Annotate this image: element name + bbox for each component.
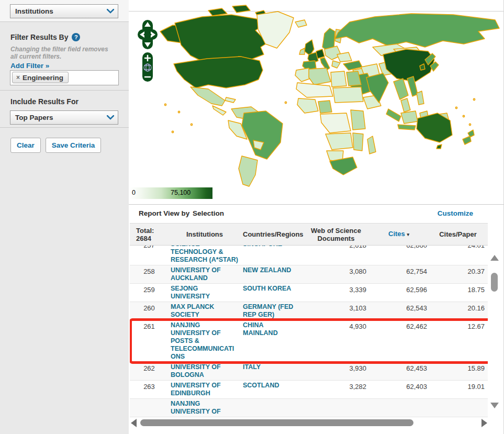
filter-tag-engineering[interactable]: × Engineering bbox=[12, 72, 69, 83]
map-zoom-control[interactable] bbox=[142, 52, 153, 82]
table-header-row: Total: 2684 Institutions Countries/Regio… bbox=[130, 223, 488, 246]
vertical-scrollbar bbox=[489, 246, 500, 418]
institution-link[interactable]: SCIENCE TECHNOLOGY & RESEARCH (A*STAR) bbox=[171, 246, 239, 264]
chevron-down-icon bbox=[107, 9, 114, 14]
table-row: 263 UNIVERSITY OF EDINBURGH SCOTLAND 3,2… bbox=[130, 381, 488, 399]
vertical-scroll-thumb[interactable] bbox=[491, 273, 498, 292]
col-header-cites-sort[interactable]: Cites ▾ bbox=[368, 230, 429, 239]
rank-cell: 257 bbox=[130, 246, 169, 265]
table-row: 260 MAX PLANCK SOCIETY GERMANY (FED REP … bbox=[130, 302, 488, 320]
country-link[interactable]: SINGAPORE bbox=[243, 246, 299, 248]
table-row: 258 UNIVERSITY OF AUCKLAND NEW ZEALAND 3… bbox=[130, 265, 488, 284]
country-link[interactable]: ITALY bbox=[243, 363, 299, 371]
cites-cell: 62,462 bbox=[368, 320, 429, 362]
docs-cell: 4,930 bbox=[304, 320, 368, 362]
institution-link[interactable]: SEJONG UNIVERSITY bbox=[171, 285, 239, 301]
map-pan-control[interactable] bbox=[138, 20, 158, 49]
country-russia bbox=[335, 14, 499, 47]
customize-link[interactable]: Customize bbox=[438, 209, 473, 217]
institution-link[interactable]: UNIVERSITY OF AUCKLAND bbox=[171, 266, 239, 282]
total-header: Total: 2684 bbox=[130, 227, 169, 242]
include-results-select-value: Top Papers bbox=[15, 114, 53, 121]
sidebar-divider bbox=[0, 90, 129, 91]
results-list-select[interactable]: Institutions bbox=[10, 4, 118, 18]
rank-cell: 260 bbox=[130, 302, 169, 320]
institution-link[interactable]: NANJING UNIVERSITY OF bbox=[171, 400, 239, 416]
institution-link[interactable]: MAX PLANCK SOCIETY bbox=[171, 303, 239, 319]
country-china bbox=[383, 49, 434, 82]
cpp-cell: 20.16 bbox=[429, 302, 487, 320]
results-list-select-value: Institutions bbox=[15, 7, 53, 15]
add-filter-link[interactable]: Add Filter » bbox=[10, 62, 49, 70]
cites-cell: 62,403 bbox=[368, 381, 429, 398]
table-row: NANJING UNIVERSITY OF bbox=[130, 399, 488, 417]
rank-cell bbox=[130, 399, 169, 417]
institution-link[interactable]: UNIVERSITY OF EDINBURGH bbox=[171, 382, 239, 397]
filter-tag-label: Engineering bbox=[23, 74, 63, 82]
esi-indicators-app: Institutions Filter Results By ? Changin… bbox=[0, 0, 504, 434]
cpp-cell: 12.67 bbox=[429, 320, 487, 362]
country-madagascar bbox=[367, 136, 376, 154]
horizontal-scroll-thumb[interactable] bbox=[140, 419, 413, 426]
country-usa bbox=[174, 57, 263, 88]
docs-cell: 3,282 bbox=[304, 381, 368, 398]
cites-cell: 62,453 bbox=[368, 362, 429, 380]
scroll-down-icon[interactable] bbox=[490, 403, 499, 408]
country-link[interactable]: NEW ZEALAND bbox=[243, 266, 299, 274]
report-table-panel: Report View by Selection Customize Total… bbox=[129, 204, 504, 434]
total-label: Total: bbox=[136, 227, 166, 235]
scroll-up-icon[interactable] bbox=[490, 255, 499, 261]
cpp-cell: 20.37 bbox=[429, 265, 487, 283]
cpp-cell: 15.89 bbox=[429, 362, 487, 380]
world-map[interactable] bbox=[129, 0, 504, 204]
cpp-cell: 19.01 bbox=[429, 381, 487, 398]
docs-cell bbox=[304, 399, 368, 417]
horizontal-scrollbar bbox=[130, 418, 491, 428]
help-icon[interactable]: ? bbox=[72, 33, 80, 41]
col-header-institutions: Institutions bbox=[169, 230, 241, 238]
rank-cell: 263 bbox=[130, 381, 169, 398]
col-header-documents: Web of Science Documents bbox=[304, 227, 368, 242]
institution-link[interactable]: UNIVERSITY OF BOLOGNA bbox=[171, 363, 239, 379]
col-header-cites-paper: Cites/Paper bbox=[429, 230, 487, 238]
report-view-by-label: Report View by bbox=[139, 209, 189, 217]
table-row: 259 SEJONG UNIVERSITY SOUTH KOREA 3,339 … bbox=[130, 284, 488, 302]
save-criteria-button[interactable]: Save Criteria bbox=[46, 138, 102, 153]
docs-cell: 3,080 bbox=[304, 265, 368, 283]
country-link[interactable]: CHINA MAINLAND bbox=[243, 321, 299, 337]
cpp-cell: 24.01 bbox=[429, 246, 487, 265]
map-legend: 0 75,100 bbox=[130, 187, 212, 199]
docs-cell: 3,103 bbox=[304, 302, 368, 320]
rank-cell: 258 bbox=[130, 265, 169, 283]
report-view-value: Selection bbox=[193, 209, 224, 217]
table-row: 261 NANJING UNIVERSITY OF POSTS & TELECO… bbox=[130, 320, 488, 362]
active-filters-box: × Engineering bbox=[10, 70, 119, 85]
rank-cell: 262 bbox=[130, 362, 169, 380]
legend-min-label: 0 bbox=[132, 189, 136, 196]
docs-cell: 3,339 bbox=[304, 284, 368, 302]
remove-filter-icon[interactable]: × bbox=[16, 74, 20, 81]
sidebar-divider bbox=[0, 127, 129, 128]
scroll-left-icon[interactable] bbox=[131, 419, 137, 427]
institution-link[interactable]: NANJING UNIVERSITY OF POSTS & TELECOMMUN… bbox=[171, 321, 239, 361]
clear-button[interactable]: Clear bbox=[10, 138, 41, 153]
filter-note: Changing the filter field removes all cu… bbox=[10, 46, 115, 60]
country-brazil bbox=[242, 111, 283, 159]
rank-cell: 259 bbox=[130, 284, 169, 302]
table-body: 257 SCIENCE TECHNOLOGY & RESEARCH (A*STA… bbox=[130, 246, 488, 418]
cpp-cell: 18.75 bbox=[429, 284, 487, 302]
table-row: 262 UNIVERSITY OF BOLOGNA ITALY 3,930 62… bbox=[130, 362, 488, 381]
country-link[interactable]: GERMANY (FED REP GER) bbox=[243, 303, 299, 319]
docs-cell: 3,930 bbox=[304, 362, 368, 380]
rank-cell: 261 bbox=[130, 320, 169, 362]
country-link[interactable]: SCOTLAND bbox=[243, 382, 299, 390]
include-results-select[interactable]: Top Papers bbox=[10, 110, 118, 125]
country-new-zealand bbox=[468, 130, 474, 137]
sidebar: Institutions Filter Results By ? Changin… bbox=[0, 0, 129, 434]
country-link[interactable]: SOUTH KOREA bbox=[243, 285, 299, 293]
country-mexico bbox=[191, 87, 225, 106]
table-row: 257 SCIENCE TECHNOLOGY & RESEARCH (A*STA… bbox=[130, 246, 488, 265]
scroll-right-icon[interactable] bbox=[481, 419, 487, 427]
cites-cell: 62,860 bbox=[368, 246, 429, 265]
map-panel: 0 75,100 bbox=[129, 0, 504, 204]
